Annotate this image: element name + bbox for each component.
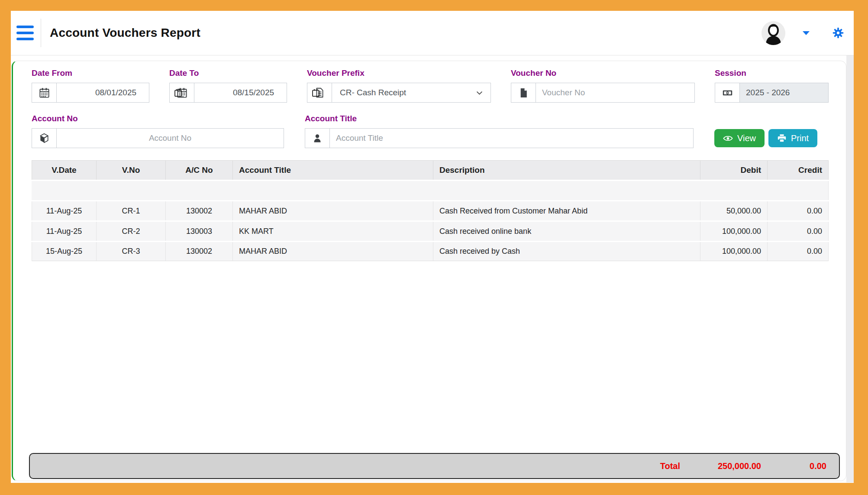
cell-acno: 130003	[166, 222, 233, 241]
col-header-description: Description	[433, 160, 700, 180]
voucher-prefix-label: Voucher Prefix	[307, 68, 491, 78]
account-title-input[interactable]	[330, 129, 693, 148]
cell-debit: 100,000.00	[700, 242, 768, 261]
chevron-down-icon	[475, 89, 484, 97]
table-row: 11-Aug-25 CR-2 130003 KK MART Cash recei…	[32, 222, 829, 241]
cell-description: Cash received online bank	[433, 222, 700, 241]
date-from-input[interactable]	[57, 83, 188, 102]
total-label: Total	[30, 461, 703, 471]
date-from-label: Date From	[32, 68, 149, 78]
col-header-credit: Credit	[768, 160, 829, 180]
vouchers-table: V.Date V.No A/C No Account Title Descrip…	[32, 159, 829, 262]
printer-icon	[777, 133, 787, 143]
account-title-field-group: Account Title	[305, 114, 694, 148]
cell-vno: CR-2	[97, 222, 166, 241]
person-icon	[305, 129, 330, 148]
date-to-label: Date To	[169, 68, 287, 78]
view-button[interactable]: View	[714, 129, 765, 147]
table-row: 15-Aug-25 CR-3 130002 MAHAR ABID Cash re…	[32, 242, 829, 261]
cube-icon	[32, 129, 57, 148]
voucher-no-label: Voucher No	[511, 68, 695, 78]
cell-account-title: KK MART	[233, 222, 433, 241]
total-debit-value: 250,000.00	[703, 461, 770, 471]
voucher-prefix-selected-value: CR- Cash Receipt	[340, 88, 406, 97]
table-row: 11-Aug-25 CR-1 130002 MAHAR ABID Cash Re…	[32, 201, 829, 220]
cell-acno: 130002	[166, 201, 233, 220]
calendar-icon	[32, 83, 57, 102]
col-header-debit: Debit	[700, 160, 768, 180]
menu-icon[interactable]	[16, 26, 34, 40]
cell-vno: CR-1	[97, 201, 166, 220]
date-to-input[interactable]	[194, 83, 326, 102]
top-header-bar: Account Vouchers Report	[11, 11, 854, 55]
cell-debit: 50,000.00	[700, 201, 768, 220]
gear-icon[interactable]	[832, 27, 844, 39]
date-picker-icon[interactable]	[174, 88, 183, 97]
table-header-row: V.Date V.No A/C No Account Title Descrip…	[32, 160, 829, 180]
date-picker-icon[interactable]	[311, 88, 320, 97]
cell-debit: 100,000.00	[700, 222, 768, 241]
user-avatar[interactable]	[762, 21, 785, 45]
app-window: Account Vouchers Report	[11, 11, 854, 483]
account-no-label: Account No	[32, 114, 284, 123]
session-label: Session	[715, 68, 829, 78]
cell-credit: 0.00	[768, 201, 829, 220]
col-header-account-title: Account Title	[233, 160, 433, 180]
view-button-label: View	[737, 133, 756, 143]
voucher-no-field-group: Voucher No	[511, 68, 695, 103]
account-no-input[interactable]	[57, 129, 284, 148]
caret-down-icon[interactable]	[803, 31, 810, 35]
voucher-no-input[interactable]	[536, 83, 694, 102]
cell-account-title: MAHAR ABID	[233, 201, 433, 220]
account-title-label: Account Title	[305, 114, 694, 123]
print-button[interactable]: Print	[768, 129, 817, 147]
action-buttons: View Print	[714, 129, 829, 148]
cell-vdate: 11-Aug-25	[32, 222, 97, 241]
totals-bar: Total 250,000.00 0.00	[29, 453, 840, 479]
page-body: Date From	[11, 55, 854, 482]
cell-vdate: 15-Aug-25	[32, 242, 97, 261]
cell-acno: 130002	[166, 242, 233, 261]
report-panel: Date From	[12, 61, 846, 481]
header-divider	[41, 19, 41, 47]
date-from-field-group: Date From	[32, 68, 149, 103]
col-header-vno: V.No	[97, 160, 166, 180]
col-header-acno: A/C No	[166, 160, 233, 180]
voucher-prefix-field-group: Voucher Prefix CR- Cash Receipt	[307, 68, 491, 103]
cash-icon	[715, 83, 740, 102]
page-title: Account Vouchers Report	[50, 26, 200, 40]
vertical-scrollbar[interactable]	[846, 55, 854, 482]
table-spacer-row	[32, 181, 829, 200]
total-credit-value: 0.00	[770, 461, 839, 471]
cell-vdate: 11-Aug-25	[32, 201, 97, 220]
print-button-label: Print	[791, 133, 809, 143]
col-header-vdate: V.Date	[32, 160, 97, 180]
cell-description: Cash received by Cash	[433, 242, 700, 261]
eye-icon	[723, 133, 733, 143]
cell-credit: 0.00	[768, 242, 829, 261]
voucher-prefix-select[interactable]: CR- Cash Receipt	[332, 83, 490, 102]
cell-credit: 0.00	[768, 222, 829, 241]
account-no-field-group: Account No	[32, 114, 284, 148]
person-silhouette-icon	[762, 21, 785, 45]
cell-vno: CR-3	[97, 242, 166, 261]
session-field-group: Session	[715, 68, 829, 103]
file-fill-icon	[511, 83, 536, 102]
cell-description: Cash Received from Customer Mahar Abid	[433, 201, 700, 220]
session-input[interactable]	[740, 83, 828, 102]
cell-account-title: MAHAR ABID	[233, 242, 433, 261]
